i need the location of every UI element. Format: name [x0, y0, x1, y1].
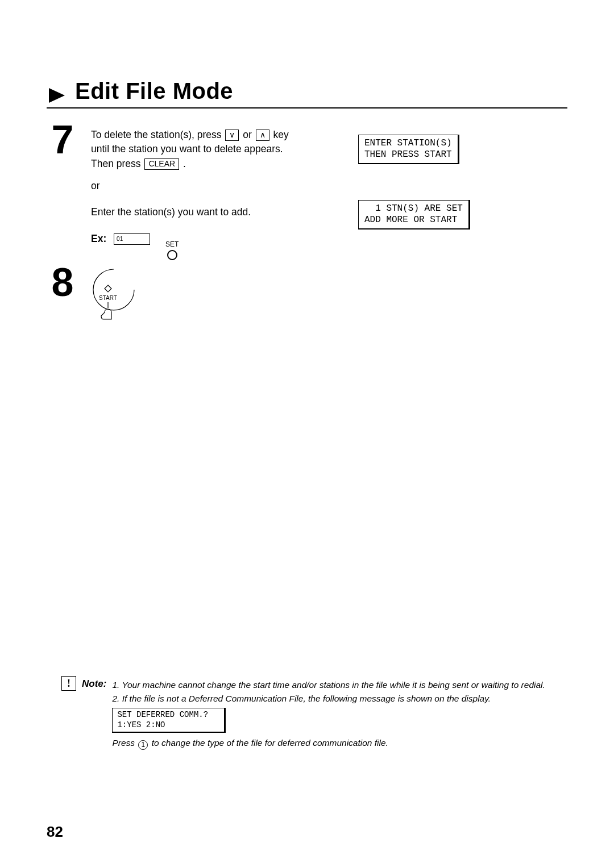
note-lcd-line2: 1:YES 2:NO — [117, 720, 165, 729]
clear-key[interactable]: CLEAR — [144, 158, 179, 170]
page-number: 82 — [47, 823, 63, 841]
set-button-icon[interactable]: SET — [165, 240, 179, 260]
step-7-text-add: Enter the station(s) you want to add. — [91, 205, 567, 219]
note-block: ! Note: 1. Your machine cannot change th… — [61, 676, 567, 750]
numpad-1-key[interactable]: 1 — [138, 740, 148, 750]
note-lcd: SET DEFERRED COMM.? 1:YES 2:NO — [112, 708, 226, 733]
page: Edit File Mode ENTER STATION(S) THEN PRE… — [0, 0, 614, 868]
svg-marker-1 — [105, 285, 111, 292]
step-7-example: Ex: 01 SET — [91, 232, 567, 260]
note-list: 1. Your machine cannot change the start … — [112, 676, 545, 750]
circle-icon — [167, 250, 177, 260]
note-lcd-line1: SET DEFERRED COMM.? — [117, 710, 208, 719]
step-7-number: 7 — [47, 122, 78, 158]
text: Press — [112, 738, 137, 748]
ex-label: Ex: — [91, 233, 106, 244]
up-key[interactable]: ∧ — [256, 130, 269, 141]
step-8-body: START — [91, 265, 567, 326]
step-7: 7 To delete the station(s), press ∨ or ∧… — [47, 122, 567, 260]
svg-marker-0 — [49, 88, 65, 103]
text: . — [183, 158, 186, 169]
set-label: SET — [165, 240, 179, 249]
note-label: Note: — [82, 676, 106, 690]
text: or — [243, 129, 254, 140]
note-press-line: Press 1 to change the type of the file f… — [112, 736, 545, 750]
section-title-row: Edit File Mode — [47, 0, 567, 108]
step-7-or: or — [91, 179, 567, 193]
section-title: Edit File Mode — [75, 78, 233, 104]
note-1: 1. Your machine cannot change the start … — [112, 678, 545, 692]
down-key[interactable]: ∨ — [225, 130, 239, 141]
step-8: 8 START — [47, 265, 567, 326]
text: to change the type of the file for defer… — [152, 738, 388, 748]
title-arrow-icon — [47, 87, 67, 104]
note-2: 2. If the file is not a Deferred Communi… — [112, 692, 545, 706]
ex-value-box: 01 — [114, 233, 150, 245]
start-button-icon[interactable]: START — [91, 313, 136, 324]
step-7-body: To delete the station(s), press ∨ or ∧ k… — [91, 122, 567, 260]
step-8-number: 8 — [47, 265, 78, 301]
start-label: START — [99, 295, 117, 301]
note-icon: ! — [61, 676, 76, 691]
text: To delete the station(s), press — [91, 129, 224, 140]
step-7-text-delete: To delete the station(s), press ∨ or ∧ k… — [91, 128, 307, 171]
